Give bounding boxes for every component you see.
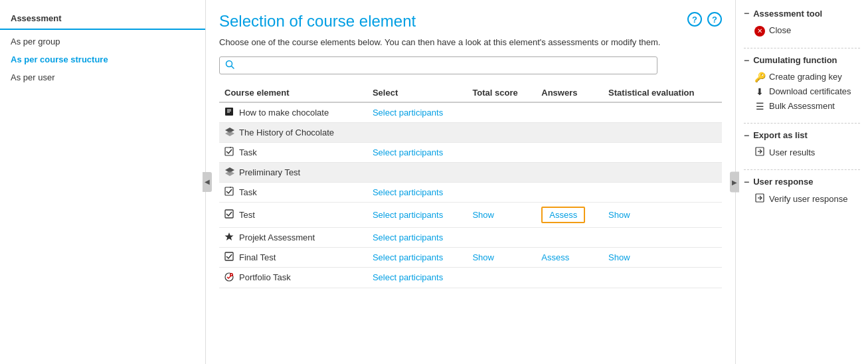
help-icons-container: ? ?	[687, 12, 722, 27]
sidebar-item-as-per-course-structure[interactable]: As per course structure	[0, 50, 205, 68]
stat-eval-link[interactable]: Show	[608, 210, 630, 220]
right-panel: − Assessment tool ✕ Close − Cumulating f…	[735, 0, 868, 364]
cell-select[interactable]: Select participants	[367, 248, 467, 268]
select-participants-link[interactable]: Select participants	[373, 272, 443, 282]
assess-button-highlighted[interactable]: Assess	[541, 207, 585, 223]
svg-rect-2	[225, 108, 233, 116]
export-icon-2	[754, 193, 765, 205]
help-icon-1[interactable]: ?	[687, 12, 702, 27]
cell-select[interactable]: Select participants	[367, 102, 467, 123]
cell-total-score[interactable]: Show	[467, 203, 536, 228]
cell-answers[interactable]: Assess	[536, 203, 603, 228]
portfolio-icon	[224, 272, 236, 284]
panel-item-create-grading-key[interactable]: 🔑 Create grading key	[744, 70, 860, 84]
svg-rect-12	[225, 187, 233, 195]
cell-answers	[536, 143, 603, 163]
checkbox-icon	[224, 209, 236, 221]
table-row: Preliminary Test	[219, 163, 722, 183]
sidebar-collapse-handle[interactable]: ◀	[203, 172, 212, 192]
cell-select[interactable]: Select participants	[367, 183, 467, 203]
search-input[interactable]	[238, 60, 651, 70]
sidebar-item-as-per-user[interactable]: As per user	[0, 68, 205, 86]
cell-answers	[536, 123, 603, 143]
select-participants-link[interactable]: Select participants	[373, 232, 443, 242]
cell-total-score	[467, 102, 536, 123]
cell-select	[367, 123, 467, 143]
table-row: TaskSelect participants	[219, 183, 722, 203]
collapse-icon-assessment-tool[interactable]: −	[744, 8, 749, 19]
divider-1	[744, 48, 860, 48]
cell-select[interactable]: Select participants	[367, 268, 467, 288]
svg-marker-7	[225, 131, 234, 136]
cell-select	[367, 163, 467, 183]
cell-stat-eval	[603, 163, 722, 183]
table-row: How to make chocolateSelect participants	[219, 102, 722, 123]
collapse-icon-user-response[interactable]: −	[744, 177, 749, 187]
panel-section-title-cumulating: − Cumulating function	[744, 55, 860, 66]
layers-icon	[224, 167, 236, 178]
cell-select[interactable]: Select participants	[367, 143, 467, 163]
cell-answers	[536, 102, 603, 123]
cell-total-score	[467, 183, 536, 203]
col-course-element: Course element	[219, 84, 367, 102]
total-score-link[interactable]: Show	[472, 252, 494, 262]
cell-stat-eval	[603, 123, 722, 143]
assess-link[interactable]: Assess	[541, 252, 569, 262]
total-score-link[interactable]: Show	[472, 210, 494, 220]
stat-eval-link[interactable]: Show	[608, 252, 630, 262]
panel-section-title-export: − Export as list	[744, 130, 860, 141]
cell-stat-eval[interactable]: Show	[603, 248, 722, 268]
select-participants-link[interactable]: Select participants	[373, 147, 443, 157]
cell-total-score	[467, 143, 536, 163]
col-select: Select	[367, 84, 467, 102]
cell-total-score	[467, 163, 536, 183]
select-participants-link[interactable]: Select participants	[373, 252, 443, 262]
select-participants-link[interactable]: Select participants	[373, 187, 443, 197]
panel-section-export: − Export as list User results	[744, 130, 860, 160]
panel-item-bulk-assessment[interactable]: ☰ Bulk Assessment	[744, 99, 860, 114]
cell-stat-eval[interactable]: Show	[603, 203, 722, 228]
table-row: Portfolio TaskSelect participants	[219, 268, 722, 288]
table-row: TaskSelect participants	[219, 143, 722, 163]
svg-rect-14	[225, 210, 233, 218]
table-row: The History of Chocolate	[219, 123, 722, 143]
cell-select[interactable]: Select participants	[367, 203, 467, 228]
panel-item-verify-user-response[interactable]: Verify user response	[744, 191, 860, 207]
help-icon-2[interactable]: ?	[707, 12, 722, 27]
cell-total-score	[467, 123, 536, 143]
select-participants-link[interactable]: Select participants	[373, 210, 443, 220]
cell-answers[interactable]: Assess	[536, 248, 603, 268]
table-header-row: Course element Select Total score Answer…	[219, 84, 722, 102]
select-participants-link[interactable]: Select participants	[373, 108, 443, 118]
sidebar-item-as-per-group[interactable]: As per group	[0, 33, 205, 50]
svg-line-1	[232, 66, 234, 69]
divider-3	[744, 169, 860, 170]
col-total-score: Total score	[467, 84, 536, 102]
main-content: ? ? Selection of course element Choose o…	[206, 0, 735, 364]
panel-section-title-assessment-tool: − Assessment tool	[744, 8, 860, 19]
cell-stat-eval	[603, 102, 722, 123]
cell-total-score	[467, 228, 536, 248]
cell-select[interactable]: Select participants	[367, 228, 467, 248]
panel-section-assessment-tool: − Assessment tool ✕ Close	[744, 8, 860, 39]
cell-course-element: The History of Chocolate	[219, 123, 367, 143]
cell-course-element: Final Test	[219, 248, 367, 268]
sidebar: Assessment As per group As per course st…	[0, 0, 206, 364]
panel-item-download-certificates[interactable]: ⬇ Download certificates	[744, 84, 860, 99]
collapse-icon-export[interactable]: −	[744, 130, 749, 141]
page-description: Choose one of the course elements below.…	[219, 37, 722, 47]
cell-course-element: Test	[219, 203, 367, 228]
col-answers: Answers	[536, 84, 603, 102]
cell-course-element: Preliminary Test	[219, 163, 367, 183]
checkbox-icon	[224, 252, 236, 263]
cell-answers	[536, 228, 603, 248]
key-icon: 🔑	[754, 72, 765, 82]
panel-item-user-results[interactable]: User results	[744, 145, 860, 160]
search-bar	[219, 56, 657, 74]
cell-total-score[interactable]: Show	[467, 248, 536, 268]
panel-item-close[interactable]: ✕ Close	[744, 23, 860, 39]
collapse-icon-cumulating[interactable]: −	[744, 55, 749, 66]
svg-rect-16	[225, 252, 233, 260]
book-icon	[224, 107, 236, 118]
right-panel-collapse-handle[interactable]: ▶	[730, 172, 739, 193]
